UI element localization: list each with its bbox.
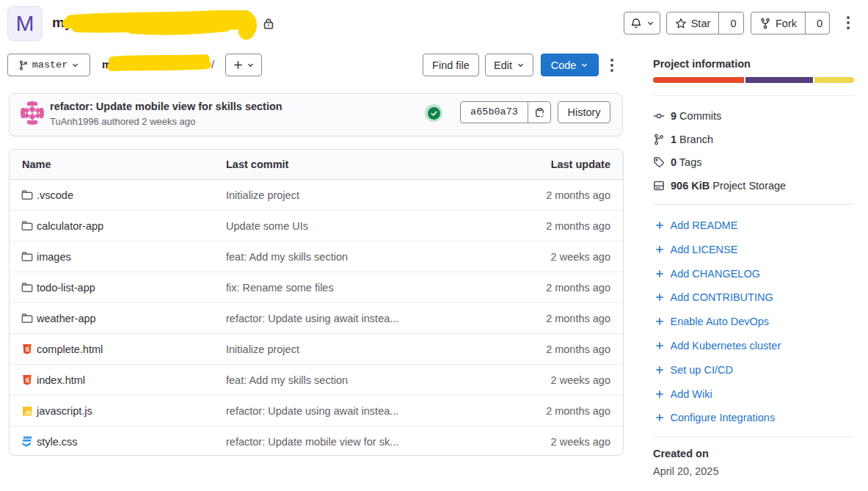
svg-text:5: 5 xyxy=(25,376,29,384)
svg-text:JS: JS xyxy=(25,410,32,415)
svg-text:5: 5 xyxy=(25,345,29,353)
